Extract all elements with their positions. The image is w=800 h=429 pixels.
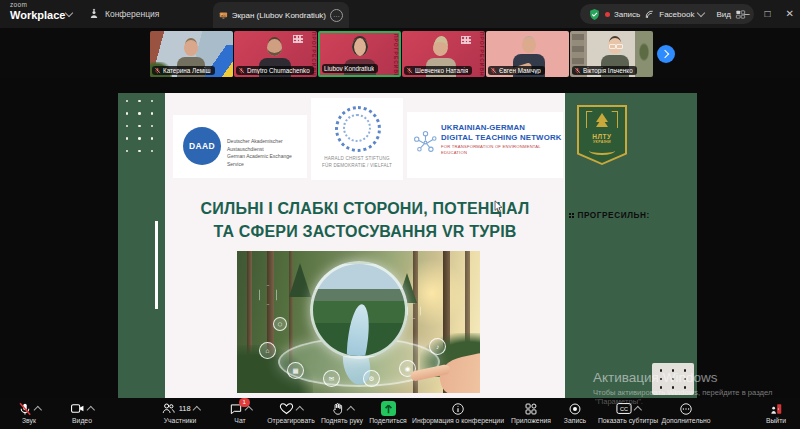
chevron-up-icon[interactable] (245, 406, 253, 414)
tab-conference-label: Конференция (105, 9, 159, 19)
security-shield-icon[interactable] (588, 8, 601, 21)
plant-decor (639, 43, 649, 61)
prohresylni-brand-text: ПРОГРЕСИЛЬН: (577, 211, 649, 220)
slide-left-sidebar (118, 93, 165, 398)
dot-grid-decor (126, 100, 153, 152)
more-icon (679, 402, 693, 416)
participant-tile[interactable]: ПРОГРЕСИВНІ Dmytro Chumachenko (234, 31, 317, 77)
chevron-up-icon[interactable] (296, 406, 304, 414)
video-tiles: Катерина Леміш ПРОГРЕСИВНІ Dmytro Chumac… (150, 31, 653, 77)
harald-christ-logo: HARALD CHRIST STIFTUNG FÜR DEMOKRATIE / … (311, 98, 403, 180)
river-decor (342, 303, 373, 359)
slide-title: СИЛЬНІ І СЛАБКІ СТОРОНИ, ПОТЕНЦІАЛ ТА СФ… (165, 197, 565, 243)
brand-grid-decor (461, 36, 471, 44)
muted-mic-icon (490, 67, 497, 74)
ugdtn-logo: UKRAINIAN-GERMAN DIGITAL TEACHING NETWOR… (407, 112, 563, 178)
prohresylni-brand: ПРОГРЕСИЛЬН: (569, 211, 650, 220)
avatar (352, 38, 368, 56)
share-screen-button[interactable]: Поделиться (366, 401, 410, 424)
maximize-button[interactable]: □ (765, 9, 771, 19)
recording-label: Запись (614, 10, 640, 19)
network-molecule-icon (412, 129, 439, 156)
window-controls: – □ ✕ (744, 0, 794, 28)
tab-screen-share[interactable]: Экран (Liubov Kondratiuk) … (213, 2, 349, 28)
participant-tile[interactable]: Катерина Леміш (150, 31, 233, 77)
video-button[interactable]: Видео (54, 401, 110, 424)
mouse-cursor (494, 200, 503, 213)
next-participants-button[interactable] (657, 45, 675, 63)
hc-text-line1: HARALD CHRIST STIFTUNG (311, 156, 403, 163)
muted-mic-icon (406, 67, 413, 74)
meeting-info-button[interactable]: Информация о конференции (410, 401, 506, 424)
participant-name: Liubov Kondratiuk (324, 65, 374, 72)
participant-name-pill: Євген Мамчур (488, 66, 545, 75)
camera-icon (70, 401, 85, 416)
participant-name-pill: Dmytro Chumachenko (236, 66, 314, 75)
chevron-down-icon[interactable] (65, 9, 73, 17)
chat-button[interactable]: 1 Чат (216, 401, 264, 424)
tech-icon: ▦ (287, 362, 304, 379)
ugdtn-line3: FOR TRANSFORMATION OF ENVIRONMENTAL EDUC… (441, 144, 563, 155)
stream-facebook-label[interactable]: Facebook (659, 10, 694, 19)
tab-conference[interactable]: Конференция (88, 0, 159, 28)
brand-vertical-text: ПРОГРЕСИВНІ (479, 32, 485, 77)
svg-text:CC: CC (620, 406, 628, 412)
muted-mic-icon (574, 67, 581, 74)
slide-right-panel: НЛТУ УКРАЇНИ ПРОГРЕСИЛЬН: (565, 93, 697, 398)
windows-activation-watermark: Активация Windows (593, 370, 717, 385)
view-label[interactable]: Вид (716, 10, 730, 19)
recording-dot-icon (605, 12, 610, 17)
emblem-country: УКРАЇНИ (593, 140, 611, 144)
fir-tree (289, 263, 311, 297)
participants-icon (161, 401, 176, 416)
chevron-up-icon[interactable] (193, 406, 201, 414)
vertical-line-decor (155, 221, 158, 309)
presentation-slide: DAAD Deutscher Akademischer Austauschdie… (118, 93, 697, 398)
participants-button[interactable]: 118 Участники (148, 401, 212, 424)
chevron-up-icon[interactable] (87, 406, 95, 414)
avatar (522, 37, 536, 53)
participant-name-pill: Liubov Kondratiuk (322, 64, 378, 73)
reactions-button[interactable]: Отреагировать (262, 401, 320, 424)
chevron-down-icon[interactable] (697, 9, 705, 17)
daad-circle-logo: DAAD (183, 127, 221, 165)
more-button[interactable]: Дополнительно (660, 401, 712, 424)
windows-activation-watermark-sub2: "Параметры". (595, 397, 643, 406)
tech-icon: ⌂ (259, 342, 276, 359)
participants-count: 118 (179, 404, 191, 413)
participant-strip: Катерина Леміш ПРОГРЕСИВНІ Dmytro Chumac… (0, 28, 800, 78)
hc-text-line2: FÜR DEMOKRATIE / VIELFALT (311, 163, 403, 170)
raise-hand-button[interactable]: Поднять руку (316, 401, 368, 424)
meeting-status-pill: Запись Facebook Вид (580, 4, 754, 24)
tech-icon: ⚙ (363, 370, 380, 387)
minimize-button[interactable]: – (744, 9, 750, 19)
brand-grid-decor (293, 35, 303, 43)
title-bar: zoom Workplace Конференция Экран (Liubov… (0, 0, 800, 28)
chevron-up-icon[interactable] (347, 406, 355, 414)
chevron-up-icon[interactable] (34, 406, 42, 414)
apps-button[interactable]: Приложения (508, 401, 554, 424)
participant-tile-active-speaker[interactable]: ПРОГРЕСИВНІ Liubov Kondratiuk (318, 31, 401, 77)
zoom-app-window: zoom Workplace Конференция Экран (Liubov… (0, 0, 800, 429)
glasses-decor (609, 44, 616, 49)
record-button[interactable]: Запись (556, 401, 594, 424)
slide-title-line1: СИЛЬНІ І СЛАБКІ СТОРОНИ, ПОТЕНЦІАЛ (165, 197, 565, 220)
close-button[interactable]: ✕ (786, 9, 794, 19)
daad-logo: DAAD Deutscher Akademischer Austauschdie… (173, 115, 307, 178)
participant-tile[interactable]: Євген Мамчур (486, 31, 569, 77)
participant-tile[interactable]: Вікторія Ільченко (570, 31, 653, 77)
tab-options-icon[interactable]: … (330, 9, 343, 22)
chevron-right-icon (661, 50, 669, 58)
muted-mic-icon (154, 67, 161, 74)
participant-name-pill: Шевченко Наталія (404, 66, 472, 75)
nltu-emblem: НЛТУ УКРАЇНИ (577, 105, 627, 165)
participant-name: Катерина Леміш (163, 67, 211, 74)
hexagon-decor (259, 285, 277, 305)
laurel-decor (589, 146, 615, 155)
participant-tile[interactable]: ПРОГРЕСИВНІ Шевченко Наталія (402, 31, 485, 77)
tech-icon: ✉ (323, 370, 340, 387)
chevron-up-icon[interactable] (634, 406, 642, 414)
audio-button[interactable]: Звук (2, 401, 56, 424)
leave-button[interactable]: Выйти (756, 401, 796, 424)
participant-name: Євген Мамчур (499, 67, 541, 74)
